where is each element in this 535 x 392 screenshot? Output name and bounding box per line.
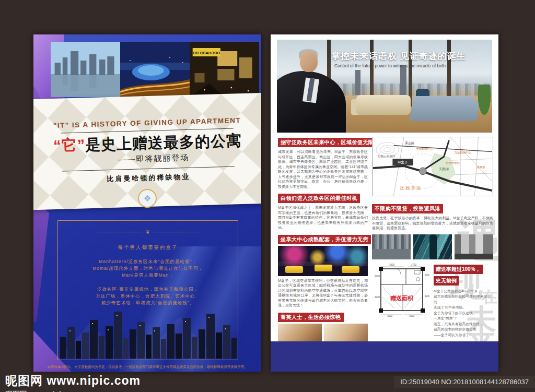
headline-rest: 是史上赠送最多的公寓 <box>85 132 242 153</box>
section-body-s3: M盒子，区域交通非常便利，公交枢纽站近在咫尺，周边公交可直通各大区域；毗邻机场与… <box>278 278 368 308</box>
location-map: M盒子 大蜀山风景区 黄山路 天鹅湖 大型购物中心 万达购物中心 合肥大剧院 省… <box>372 137 493 196</box>
gold-frame-box: ❦ 每个男人都需要的盒子 Manhattern/泛政务区未来“合肥的曼哈顿”； … <box>57 220 238 360</box>
site-watermark: 昵图网 www.nipic.com <box>5 373 141 389</box>
floorplan-label: 赠送面积 <box>390 295 414 301</box>
right-column: M盒子 大蜀山风景区 黄山路 天鹅湖 大型购物中心 万达购物中心 合肥大剧院 省… <box>372 137 493 346</box>
city-photo-strip: ORCHARD RD <box>51 42 259 97</box>
box-line: 赖少奇艺术馆—即将成为“合肥的曼哈顿”。 <box>58 300 238 306</box>
banner-subtitle: ——即将靓丽登场 <box>96 152 211 165</box>
image-id-badge: ID:25019040 NO:20181008144128786037 <box>394 376 535 388</box>
right-flyer: 遇 现 在 未 来 掌控未来话语权 见证奇迹的诞生 Control of the… <box>271 34 498 372</box>
gift-body: M盒子公寓面积在40-70平米， 超大的赠送面积轻松可使40平米的空间 实现了7… <box>434 289 492 338</box>
banner-tagline: 比肩曼哈顿的稀缺物业 <box>33 170 261 186</box>
left-column: 据守泛政务区未来中心，区域价值无限 城市发展，可以清晰看见的未来。M盒子，东接政… <box>278 137 368 372</box>
investment-photos <box>372 234 493 259</box>
header-subtitle: Control of the future power to witness t… <box>334 63 446 68</box>
gift-body-line: 盒子为你省下的不仅是钱， <box>434 311 492 316</box>
flourish-divider: ❦ <box>93 229 203 235</box>
gift-title-line2: 史无前例 <box>434 276 459 286</box>
taxi <box>315 265 332 271</box>
gift-body-line: ——盒子可以为你省了！ <box>434 332 492 338</box>
dim-label: 3600 <box>409 315 415 317</box>
section-body-s4: 投资之道，在于以最小的资本，博取最大的利益。M盒子商业产权，不限购不限贷，远离新… <box>372 216 493 231</box>
gift-body-line: 现在，只有具有超高的性价比， <box>434 322 492 327</box>
plant <box>476 85 492 119</box>
map-label-district: 泛政务区 <box>400 185 422 191</box>
gift-title-line1: 赠送率超过100%， <box>434 265 483 274</box>
orchard-road-sign: ORCHARD RD <box>193 51 220 55</box>
taxi <box>342 266 359 273</box>
dim-label: 1000 <box>425 274 429 277</box>
floor-plan: 赠送面积 3600 1700 1000 4200 3600 3600 2200 … <box>374 263 429 321</box>
dim-label: 3600 <box>389 264 395 266</box>
box-paragraph-1: Manhattern/泛政务区未来“合肥的曼哈顿”； Moma/超现代外立面，时… <box>58 258 238 279</box>
diamond-badge: ❖ <box>138 189 157 208</box>
gift-body-line: M盒子公寓面积在40-70平米， <box>434 289 492 294</box>
box-line: Moma/超现代外立面，时尚与潮流让你与众不同； <box>58 265 238 272</box>
map-label-theater: 合肥大剧院 <box>446 161 461 165</box>
map-label-lake: 天鹅湖 <box>439 167 449 171</box>
man-at-window-photo <box>413 234 452 259</box>
tower-silhouette <box>400 65 406 95</box>
flourish-icon: ❦ <box>146 229 150 235</box>
tower-silhouette <box>355 70 360 95</box>
left-flyer: ORCHARD RD "IT" IS A HISTORY OF GIVING U… <box>33 34 261 372</box>
header-title: 掌控未来话语权 见证奇迹的诞生 <box>331 50 466 62</box>
banner-headline: “它”是史上赠送最多的公寓 <box>33 131 261 156</box>
dim-label: 3600 <box>387 315 393 317</box>
gift-body-line: 超大的赠送面积轻松可使40平米的空间 <box>434 294 492 305</box>
map-label-wanda: 万达购物中心 <box>454 151 471 155</box>
box-paragraph-2: 泛政务区·菁英专属领地，因为有天鹅湖公园， 万达广场，奥体中心，合肥大剧院、艺术… <box>58 286 238 306</box>
night-street-photo <box>278 246 368 276</box>
gift-section: 赠送面积 3600 1700 1000 4200 3600 3600 2200 … <box>372 263 493 346</box>
office-interior-photo <box>455 234 493 259</box>
map-label-mountain: 大蜀山风景区 <box>377 155 396 158</box>
flyer-disclaimer: 本宣传单张图片、文字及数据均为示意，仅供参考，一切以政府部门最终审定文件与商品房… <box>38 365 257 370</box>
section-body-s1: 城市发展，可以清晰看见的未来。M盒子，东接政务区与经开区，西连高新区、蜀山区，四… <box>278 149 368 189</box>
diamond-icon: ❖ <box>143 193 151 204</box>
section-title-s4: 不限购不限贷，投资避风港 <box>372 204 443 213</box>
orchard-road-shopping-night-photo: ORCHARD RD <box>190 42 259 97</box>
stock-preview-page: ORCHARD RD "IT" IS A HISTORY OF GIVING U… <box>0 0 535 392</box>
section-title-s5: 菁英人士，生活必须惊艳 <box>278 313 344 322</box>
executive-desk <box>410 96 481 121</box>
gift-rate-block: 赠送率超过100%， 史无前例 M盒子公寓面积在40-70平米， 超大的赠送面积… <box>434 264 492 338</box>
header-photo: 掌控未来话语权 见证奇迹的诞生 Control of the future po… <box>277 40 492 133</box>
sofa <box>356 95 411 115</box>
box-line: Man/是男人就要Man； <box>58 272 238 279</box>
gift-body-line: 一房变“两房”？ <box>434 316 492 322</box>
map-label-road: 黄山路 <box>405 141 414 145</box>
box-line: 泛政务区·菁英专属领地，因为有天鹅湖公园， <box>58 286 238 293</box>
gift-body-line: 实现了70平米功能。 <box>434 305 492 311</box>
map-label-mall: 大型购物中心 <box>416 147 434 151</box>
dim-label: 1700 <box>411 264 417 266</box>
bw-skyline-photo <box>372 234 411 259</box>
site-watermark-clipped: 昵图网 www.nipic.com <box>5 390 82 392</box>
dim-label: 4200 <box>425 295 429 298</box>
gift-body-line: 超高回报率的稀缺价值公寓 <box>434 327 492 332</box>
section-title-s2: 白领们进入泛政务区的最佳时机 <box>278 194 360 203</box>
man-silhouette <box>429 234 437 259</box>
swan-lake-theater-night-photo <box>120 42 190 97</box>
map-label-gov: 省政府 <box>476 165 485 169</box>
bottom-blue-bar <box>271 341 498 372</box>
taxi <box>285 266 303 273</box>
businessman-head <box>300 51 318 72</box>
box-heading: 每个男人都需要的盒子 <box>58 244 238 251</box>
headline-quoted-it: “它” <box>53 136 86 154</box>
box-line: 万达广场，奥体中心，合肥大剧院、艺术中心、 <box>58 293 238 300</box>
city-day-photo <box>51 42 120 97</box>
dim-label: 2200 <box>375 275 380 278</box>
section-body-s2: M盒子区域优越之上，未来发展潜力无限，泛政务区是写字楼的主流，也是白领们的聚集地… <box>278 205 368 230</box>
section-title-s1: 据守泛政务区未来中心，区域价值无限 <box>278 138 377 147</box>
box-line: Manhattern/泛政务区未来“合肥的曼哈顿”； <box>58 258 238 265</box>
map-label-project: M盒子 <box>398 160 408 164</box>
city-skyline-silhouette <box>59 306 237 359</box>
dim-label: 4200 <box>375 296 380 299</box>
section-title-s3: 坐享大中心成熟配套，升值潜力无穷 <box>278 235 371 244</box>
divider-line <box>62 166 235 171</box>
